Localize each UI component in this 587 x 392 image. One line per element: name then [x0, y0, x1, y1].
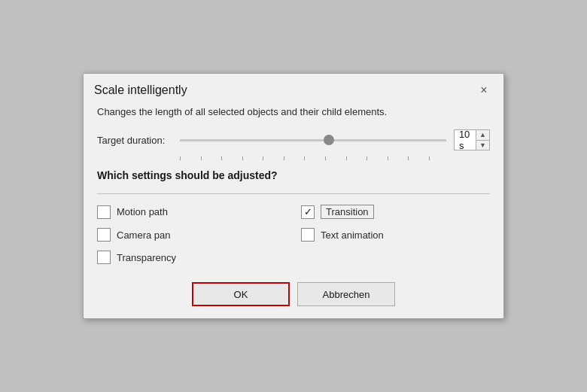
- checkbox-item-transparency: Transparency: [97, 251, 286, 264]
- duration-slider-container: [180, 132, 446, 147]
- checkbox-camera-pan[interactable]: [97, 228, 111, 242]
- scale-intelligently-dialog: Scale intelligently × Changes the length…: [83, 73, 504, 319]
- checkboxes-grid: Motion path ✓ Transition Camera pan Text…: [97, 205, 490, 264]
- tick-mark: [284, 156, 284, 160]
- duration-spinbox: 10 s ▲ ▼: [454, 129, 490, 150]
- checkbox-text-animation[interactable]: [301, 228, 315, 242]
- spin-down-button[interactable]: ▼: [476, 141, 489, 150]
- tick-mark: [242, 156, 243, 160]
- section-heading: Which settings should be adjusted?: [97, 169, 490, 181]
- divider: [97, 193, 490, 194]
- checkbox-label-text-animation: Text animation: [321, 229, 384, 241]
- checkbox-transparency[interactable]: [97, 251, 111, 264]
- tick-mark: [304, 156, 305, 160]
- tick-mark: [408, 156, 409, 160]
- checkbox-label-camera-pan: Camera pan: [117, 229, 171, 241]
- cancel-button[interactable]: Abbrechen: [297, 282, 395, 306]
- ok-button[interactable]: OK: [192, 282, 290, 306]
- target-duration-row: Target duration: 10 s ▲ ▼: [97, 129, 490, 150]
- slider-track: [180, 139, 446, 141]
- tick-mark: [263, 156, 263, 160]
- tick-mark: [429, 156, 430, 160]
- tick-mark: [221, 156, 222, 160]
- checkbox-item-motion-path: Motion path: [97, 205, 286, 219]
- target-duration-label: Target duration:: [97, 135, 172, 146]
- duration-value: 10 s: [455, 130, 476, 150]
- checkbox-motion-path[interactable]: [97, 205, 111, 219]
- title-bar: Scale intelligently ×: [84, 74, 503, 105]
- close-button[interactable]: ×: [475, 81, 493, 99]
- tick-mark: [180, 156, 181, 160]
- tick-mark: [388, 156, 388, 160]
- tick-mark: [366, 156, 367, 160]
- slider-handle[interactable]: [324, 135, 334, 145]
- checkbox-item-text-animation: Text animation: [301, 228, 490, 242]
- checkbox-label-transition: Transition: [321, 205, 374, 219]
- tick-mark: [325, 156, 326, 160]
- checkbox-label-transparency: Transparency: [117, 252, 176, 263]
- tick-mark: [346, 156, 347, 160]
- dialog-body: Changes the length of all selected objec…: [84, 105, 503, 318]
- checkbox-item-transition: ✓ Transition: [301, 205, 490, 219]
- checkbox-label-motion-path: Motion path: [117, 206, 168, 217]
- spin-up-button[interactable]: ▲: [476, 130, 489, 141]
- tick-mark: [201, 156, 202, 160]
- checkbox-item-camera-pan: Camera pan: [97, 228, 286, 242]
- checkbox-transition[interactable]: ✓: [301, 205, 315, 219]
- description-text: Changes the length of all selected objec…: [97, 105, 490, 119]
- button-row: OK Abbrechen: [97, 282, 490, 306]
- dialog-title: Scale intelligently: [94, 84, 187, 97]
- spin-arrows: ▲ ▼: [476, 130, 489, 150]
